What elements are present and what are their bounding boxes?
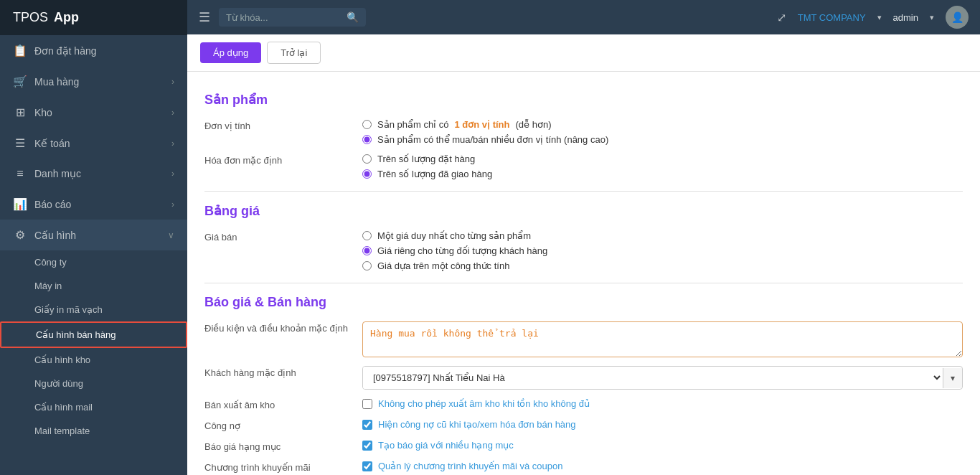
- divider-2: [204, 283, 963, 283]
- ban-xuat-am-label: Bán xuất âm kho: [204, 398, 362, 410]
- hoa-don-label: Hóa đơn mặc định: [204, 154, 362, 166]
- sidebar-item-nguoi-dung[interactable]: Người dùng: [0, 372, 187, 395]
- search-box[interactable]: 🔍: [219, 8, 366, 27]
- sidebar-item-cau-hinh-kho[interactable]: Cấu hình kho: [0, 348, 187, 372]
- sidebar-item-cau-hinh-ban-hang[interactable]: Cấu hình bán hàng: [0, 321, 187, 348]
- back-button[interactable]: Trở lại: [267, 42, 321, 64]
- admin-dropdown-icon[interactable]: ▾: [930, 13, 934, 22]
- sidebar-item-giay-in-ma-vach[interactable]: Giấy in mã vạch: [0, 298, 187, 321]
- radio-hoa-don-2[interactable]: Trên số lượng đã giao hàng: [362, 169, 963, 179]
- chevron-right-icon: ›: [171, 77, 174, 87]
- radio-hoa-don-2-text: Trên số lượng đã giao hàng: [377, 169, 492, 179]
- sidebar-item-label: Cấu hình: [34, 230, 76, 241]
- topbar-left: ☰ 🔍: [199, 8, 366, 27]
- search-input[interactable]: [226, 12, 341, 23]
- gia-ban-controls: Một giá duy nhất cho từng sản phẩm Giá r…: [362, 230, 963, 271]
- checkbox-ban-xuat-am[interactable]: Không cho phép xuất âm kho khi tồn kho k…: [362, 398, 963, 409]
- sidebar-item-danh-muc[interactable]: ≡ Danh mục ›: [0, 159, 187, 189]
- checkbox-chuong-trinh[interactable]: Quản lý chương trình khuyến mãi và coupo…: [362, 461, 963, 471]
- sidebar-item-label: Báo cáo: [34, 199, 71, 210]
- sidebar-item-mua-hang[interactable]: 🛒 Mua hàng ›: [0, 66, 187, 97]
- chevron-right-icon: ›: [171, 169, 174, 179]
- bao-gia-hang-muc-label: Báo giá hạng mục: [204, 440, 362, 452]
- radio-don-vi-1[interactable]: Sản phẩm chỉ có 1 đơn vị tính (dễ hơn): [362, 119, 963, 130]
- expand-icon[interactable]: ⤢: [777, 11, 786, 24]
- order-icon: 📋: [13, 44, 27, 57]
- sidebar-header: TPOS App: [0, 0, 187, 35]
- sidebar-item-label: Danh mục: [34, 168, 81, 179]
- hamburger-icon[interactable]: ☰: [199, 9, 210, 25]
- sidebar-item-mail-template[interactable]: Mail template: [0, 419, 187, 443]
- warehouse-icon: ⊞: [13, 105, 27, 119]
- chevron-right-icon: ›: [171, 199, 174, 210]
- radio-don-vi-1-text-before: Sản phẩm chỉ có: [377, 119, 449, 130]
- radio-hoa-don-1[interactable]: Trên số lượng đặt hàng: [362, 154, 963, 164]
- sidebar-item-ke-toan[interactable]: ☰ Kế toán ›: [0, 128, 187, 159]
- radio-gia-2-input[interactable]: [362, 246, 372, 255]
- khach-hang-controls: [0975518797] Nhất Tiểu Nai Hà ▾: [362, 366, 963, 390]
- radio-gia-1[interactable]: Một giá duy nhất cho từng sản phẩm: [362, 230, 963, 241]
- hoa-don-group: Hóa đơn mặc định Trên số lượng đặt hàng …: [204, 154, 963, 179]
- dieu-kien-label: Điều kiện và điều khoản mặc định: [204, 321, 362, 334]
- app-name-part1: TPOS: [13, 10, 48, 25]
- checkbox-cong-no[interactable]: Hiện công nợ cũ khi tạo/xem hóa đơn bán …: [362, 419, 963, 430]
- checkbox-chuong-trinh-text: Quản lý chương trình khuyến mãi và coupo…: [378, 461, 562, 471]
- checkbox-chuong-trinh-input[interactable]: [362, 461, 372, 471]
- content-toolbar: Áp dụng Trở lại: [187, 34, 980, 72]
- sidebar-item-cau-hinh-mail[interactable]: Cấu hình mail: [0, 395, 187, 419]
- don-vi-tinh-controls: Sản phẩm chỉ có 1 đơn vị tính (dễ hơn) S…: [362, 119, 963, 145]
- radio-hoa-don-1-text: Trên số lượng đặt hàng: [377, 154, 475, 164]
- chevron-right-icon: ›: [171, 138, 174, 149]
- cart-icon: 🛒: [13, 75, 27, 88]
- radio-hoa-don-1-input[interactable]: [362, 154, 372, 164]
- select-arrow-icon[interactable]: ▾: [943, 368, 962, 388]
- sidebar-item-cau-hinh[interactable]: ⚙ Cấu hình ∨: [0, 220, 187, 250]
- cong-no-group: Công nợ Hiện công nợ cũ khi tạo/xem hóa …: [204, 419, 963, 431]
- company-name[interactable]: TMT COMPANY: [798, 12, 866, 23]
- radio-don-vi-2[interactable]: Sản phẩm có thể mua/bán nhiều đơn vị tín…: [362, 134, 963, 145]
- sidebar-item-bao-cao[interactable]: 📊 Báo cáo ›: [0, 189, 187, 220]
- chevron-down-icon: ∨: [168, 230, 174, 240]
- gia-ban-label: Giá bán: [204, 230, 362, 243]
- sidebar-item-kho[interactable]: ⊞ Kho ›: [0, 97, 187, 128]
- apply-button[interactable]: Áp dụng: [200, 42, 261, 63]
- dieu-kien-textarea[interactable]: Hàng mua rồi không thể trả lại: [362, 321, 963, 357]
- khach-hang-label: Khách hàng mặc định: [204, 366, 362, 378]
- chuong-trinh-controls: Quản lý chương trình khuyến mãi và coupo…: [362, 461, 963, 471]
- sidebar-item-cong-ty[interactable]: Công ty: [0, 250, 187, 274]
- khach-hang-select[interactable]: [0975518797] Nhất Tiểu Nai Hà: [363, 367, 943, 389]
- sidebar-item-don-dat-hang[interactable]: 📋 Đơn đặt hàng: [0, 35, 187, 66]
- checkbox-ban-xuat-am-text: Không cho phép xuất âm kho khi tồn kho k…: [378, 398, 590, 409]
- radio-gia-2[interactable]: Giá riêng cho từng đối tượng khách hàng: [362, 245, 963, 256]
- radio-hoa-don-2-input[interactable]: [362, 169, 372, 179]
- gia-ban-group: Giá bán Một giá duy nhất cho từng sản ph…: [204, 230, 963, 271]
- radio-gia-1-input[interactable]: [362, 231, 372, 240]
- khach-hang-select-wrapper: [0975518797] Nhất Tiểu Nai Hà ▾: [362, 366, 963, 390]
- dieu-kien-controls: Hàng mua rồi không thể trả lại: [362, 321, 963, 357]
- sidebar-nav: 📋 Đơn đặt hàng 🛒 Mua hàng › ⊞ Kho › ☰ Kế…: [0, 35, 187, 475]
- radio-gia-2-text: Giá riêng cho từng đối tượng khách hàng: [377, 245, 547, 256]
- checkbox-ban-xuat-am-input[interactable]: [362, 399, 372, 409]
- radio-gia-1-text: Một giá duy nhất cho từng sản phẩm: [377, 230, 531, 241]
- radio-don-vi-1-input[interactable]: [362, 120, 372, 129]
- topbar: ☰ 🔍 ⤢ TMT COMPANY ▾ admin ▾ 👤: [187, 0, 980, 34]
- chuong-trinh-label: Chương trình khuyến mãi: [204, 461, 362, 473]
- radio-gia-3[interactable]: Giá dựa trên một công thức tính: [362, 260, 963, 271]
- radio-don-vi-1-highlight: 1 đơn vị tính: [455, 119, 510, 130]
- avatar[interactable]: 👤: [946, 6, 969, 29]
- radio-gia-3-input[interactable]: [362, 261, 372, 271]
- sidebar-item-may-in[interactable]: Máy in: [0, 274, 187, 298]
- company-dropdown-icon[interactable]: ▾: [877, 13, 882, 22]
- checkbox-bao-gia-hang-muc[interactable]: Tạo báo giá với nhiều hạng mục: [362, 440, 963, 451]
- chuong-trinh-group: Chương trình khuyến mãi Quản lý chương t…: [204, 461, 963, 473]
- app-name-part2: App: [54, 10, 79, 25]
- checkbox-cong-no-input[interactable]: [362, 420, 372, 430]
- checkbox-bao-gia-hang-muc-input[interactable]: [362, 441, 372, 451]
- category-icon: ≡: [13, 167, 27, 180]
- radio-don-vi-2-input[interactable]: [362, 135, 372, 144]
- content-area: Sản phẩm Đơn vị tính Sản phẩm chỉ có 1 đ…: [187, 72, 980, 475]
- radio-don-vi-2-text: Sản phẩm có thể mua/bán nhiều đơn vị tín…: [377, 134, 608, 145]
- dieu-kien-group: Điều kiện và điều khoản mặc định Hàng mu…: [204, 321, 963, 357]
- admin-name[interactable]: admin: [893, 12, 918, 23]
- accounting-icon: ☰: [13, 136, 27, 150]
